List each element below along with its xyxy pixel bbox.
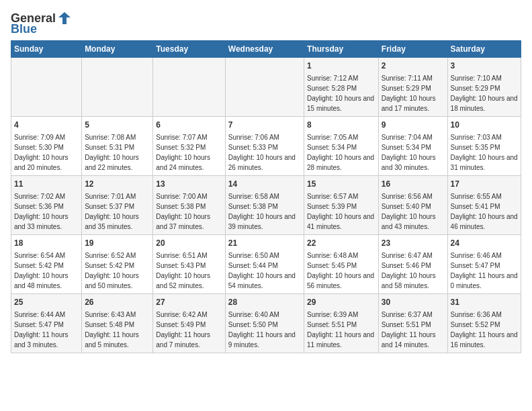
calendar-cell: 29 Sunrise: 6:39 AM Sunset: 5:51 PM Dayl…	[304, 294, 379, 353]
sunrise-text: Sunrise: 7:01 AM	[85, 193, 136, 200]
daylight-text: Daylight: 10 hours and 31 minutes.	[451, 154, 518, 171]
weekday-header-sunday: Sunday	[11, 41, 82, 58]
sunset-text: Sunset: 5:36 PM	[14, 203, 64, 210]
daylight-text: Daylight: 11 hours and 14 minutes.	[382, 331, 436, 349]
calendar-cell: 30 Sunrise: 6:37 AM Sunset: 5:51 PM Dayl…	[378, 294, 447, 353]
day-number: 23	[382, 238, 445, 249]
sunrise-text: Sunrise: 6:51 AM	[156, 252, 207, 259]
daylight-text: Daylight: 11 hours and 0 minutes.	[451, 272, 518, 289]
day-number: 31	[451, 297, 518, 308]
calendar-week-row: 25 Sunrise: 6:44 AM Sunset: 5:47 PM Dayl…	[11, 294, 521, 353]
day-number: 30	[382, 297, 445, 308]
calendar-cell: 12 Sunrise: 7:01 AM Sunset: 5:37 PM Dayl…	[82, 176, 153, 235]
sunrise-text: Sunrise: 6:47 AM	[382, 252, 433, 259]
day-number: 29	[307, 297, 375, 308]
calendar-cell: 28 Sunrise: 6:40 AM Sunset: 5:50 PM Dayl…	[225, 294, 304, 353]
day-number: 28	[228, 297, 301, 308]
calendar-week-row: 1 Sunrise: 7:12 AM Sunset: 5:28 PM Dayli…	[11, 58, 521, 117]
day-number: 13	[156, 179, 222, 190]
sunset-text: Sunset: 5:32 PM	[156, 144, 206, 151]
weekday-header-tuesday: Tuesday	[153, 41, 225, 58]
weekday-header-saturday: Saturday	[447, 41, 521, 58]
sunrise-text: Sunrise: 6:56 AM	[382, 193, 433, 200]
sunrise-text: Sunrise: 7:05 AM	[307, 134, 358, 141]
day-number: 27	[156, 297, 222, 308]
sunset-text: Sunset: 5:29 PM	[382, 85, 431, 92]
calendar-week-row: 11 Sunrise: 7:02 AM Sunset: 5:36 PM Dayl…	[11, 176, 521, 235]
sunset-text: Sunset: 5:38 PM	[228, 203, 278, 210]
calendar-cell	[11, 58, 82, 117]
day-number: 8	[307, 120, 375, 131]
sunrise-text: Sunrise: 7:08 AM	[85, 134, 136, 141]
sunrise-text: Sunrise: 7:03 AM	[451, 134, 502, 141]
daylight-text: Daylight: 10 hours and 26 minutes.	[228, 154, 296, 171]
calendar-cell: 10 Sunrise: 7:03 AM Sunset: 5:35 PM Dayl…	[447, 117, 521, 176]
daylight-text: Daylight: 11 hours and 5 minutes.	[85, 331, 139, 349]
sunset-text: Sunset: 5:43 PM	[156, 262, 206, 269]
sunrise-text: Sunrise: 7:11 AM	[382, 75, 433, 82]
calendar-cell: 9 Sunrise: 7:04 AM Sunset: 5:34 PM Dayli…	[378, 117, 447, 176]
sunrise-text: Sunrise: 6:44 AM	[14, 311, 65, 318]
day-number: 3	[451, 60, 518, 72]
calendar-cell: 8 Sunrise: 7:05 AM Sunset: 5:34 PM Dayli…	[304, 117, 379, 176]
sunset-text: Sunset: 5:35 PM	[451, 144, 500, 151]
day-number: 7	[228, 120, 301, 131]
calendar-cell: 17 Sunrise: 6:55 AM Sunset: 5:41 PM Dayl…	[447, 176, 521, 235]
day-number: 25	[14, 297, 79, 308]
daylight-text: Daylight: 10 hours and 28 minutes.	[307, 154, 374, 171]
calendar-cell: 24 Sunrise: 6:46 AM Sunset: 5:47 PM Dayl…	[447, 235, 521, 294]
sunrise-text: Sunrise: 7:02 AM	[14, 193, 65, 200]
sunset-text: Sunset: 5:34 PM	[382, 144, 431, 151]
sunset-text: Sunset: 5:42 PM	[85, 262, 134, 269]
calendar-week-row: 18 Sunrise: 6:54 AM Sunset: 5:42 PM Dayl…	[11, 235, 521, 294]
sunset-text: Sunset: 5:47 PM	[14, 321, 64, 328]
calendar-cell: 19 Sunrise: 6:52 AM Sunset: 5:42 PM Dayl…	[82, 235, 153, 294]
day-number: 17	[451, 179, 518, 190]
day-number: 9	[382, 120, 445, 131]
logo: General Blue	[11, 11, 72, 35]
sunset-text: Sunset: 5:46 PM	[382, 262, 431, 269]
sunrise-text: Sunrise: 6:43 AM	[85, 311, 136, 318]
sunset-text: Sunset: 5:30 PM	[14, 144, 64, 151]
calendar-cell: 6 Sunrise: 7:07 AM Sunset: 5:32 PM Dayli…	[153, 117, 225, 176]
sunset-text: Sunset: 5:40 PM	[382, 203, 431, 210]
sunset-text: Sunset: 5:50 PM	[228, 321, 278, 328]
day-number: 20	[156, 238, 222, 249]
sunrise-text: Sunrise: 6:50 AM	[228, 252, 279, 259]
sunrise-text: Sunrise: 7:10 AM	[451, 75, 502, 82]
sunrise-text: Sunrise: 7:06 AM	[228, 134, 279, 141]
day-number: 22	[307, 238, 375, 249]
daylight-text: Daylight: 10 hours and 20 minutes.	[14, 154, 69, 171]
daylight-text: Daylight: 11 hours and 16 minutes.	[451, 331, 518, 349]
daylight-text: Daylight: 10 hours and 46 minutes.	[451, 213, 518, 230]
sunset-text: Sunset: 5:51 PM	[382, 321, 431, 328]
weekday-header-wednesday: Wednesday	[225, 41, 304, 58]
sunset-text: Sunset: 5:42 PM	[14, 262, 64, 269]
svg-marker-0	[58, 12, 71, 24]
sunset-text: Sunset: 5:29 PM	[451, 85, 500, 92]
sunset-text: Sunset: 5:39 PM	[307, 203, 357, 210]
daylight-text: Daylight: 10 hours and 39 minutes.	[228, 213, 296, 230]
sunset-text: Sunset: 5:45 PM	[307, 262, 357, 269]
sunset-text: Sunset: 5:38 PM	[156, 203, 206, 210]
weekday-header-monday: Monday	[82, 41, 153, 58]
calendar-cell: 13 Sunrise: 7:00 AM Sunset: 5:38 PM Dayl…	[153, 176, 225, 235]
calendar-cell: 31 Sunrise: 6:36 AM Sunset: 5:52 PM Dayl…	[447, 294, 521, 353]
calendar-cell	[82, 58, 153, 117]
sunrise-text: Sunrise: 6:58 AM	[228, 193, 279, 200]
calendar-cell: 16 Sunrise: 6:56 AM Sunset: 5:40 PM Dayl…	[378, 176, 447, 235]
daylight-text: Daylight: 10 hours and 35 minutes.	[85, 213, 139, 230]
calendar-cell: 26 Sunrise: 6:43 AM Sunset: 5:48 PM Dayl…	[82, 294, 153, 353]
day-number: 19	[85, 238, 150, 249]
sunset-text: Sunset: 5:31 PM	[85, 144, 134, 151]
sunrise-text: Sunrise: 7:07 AM	[156, 134, 207, 141]
page-header: General Blue	[11, 11, 521, 35]
day-number: 14	[228, 179, 301, 190]
day-number: 1	[307, 60, 375, 72]
day-number: 15	[307, 179, 375, 190]
daylight-text: Daylight: 10 hours and 18 minutes.	[451, 95, 518, 112]
daylight-text: Daylight: 10 hours and 54 minutes.	[228, 272, 296, 289]
daylight-text: Daylight: 10 hours and 17 minutes.	[382, 95, 436, 112]
calendar-week-row: 4 Sunrise: 7:09 AM Sunset: 5:30 PM Dayli…	[11, 117, 521, 176]
sunrise-text: Sunrise: 7:00 AM	[156, 193, 207, 200]
